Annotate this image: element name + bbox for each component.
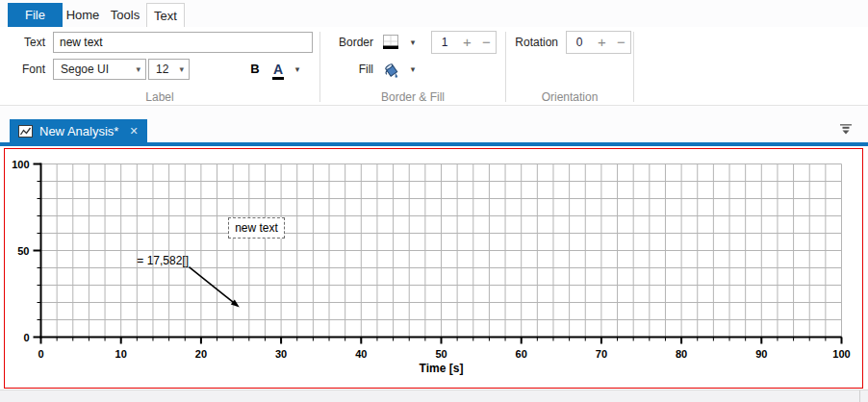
rotation-spinner[interactable]: 0 + −	[566, 31, 631, 54]
chevron-down-icon: ▾	[136, 60, 140, 79]
group-caption-label: Label	[0, 90, 319, 104]
font-color-dropdown[interactable]: ▾	[291, 59, 304, 80]
font-size-select[interactable]: 12 ▾	[148, 59, 190, 80]
font-field-label: Font	[0, 59, 45, 80]
chevron-down-icon: ▾	[179, 60, 184, 79]
ribbon-tab-row: File Home Tools Text	[0, 0, 868, 27]
tab-list-menu-button[interactable]	[837, 121, 855, 137]
rotation-value: 0	[567, 32, 592, 53]
plus-icon[interactable]: +	[593, 32, 611, 53]
tab-file[interactable]: File	[8, 3, 63, 27]
font-size-value: 12	[156, 63, 168, 76]
border-width-spinner[interactable]: 1 + −	[431, 31, 497, 54]
x-tick-label: 20	[195, 348, 207, 360]
y-tick-label: 100	[12, 159, 29, 170]
border-width-value: 1	[432, 32, 457, 53]
x-axis-title: Time [s]	[420, 362, 464, 375]
group-separator	[633, 32, 634, 102]
border-style-icon	[381, 33, 400, 52]
text-field-label: Text	[0, 32, 45, 53]
document-tab-strip: New Analysis* ✕	[0, 106, 868, 142]
minus-icon[interactable]: −	[612, 32, 630, 53]
border-style-button[interactable]	[381, 33, 400, 52]
y-tick-label: 50	[17, 245, 29, 257]
x-tick-label: 50	[435, 348, 447, 360]
border-dropdown[interactable]: ▾	[406, 32, 420, 53]
font-color-glyph: A	[272, 63, 284, 80]
x-tick-label: 100	[832, 348, 850, 360]
font-color-button[interactable]: A	[268, 59, 288, 80]
fill-color-button[interactable]	[381, 60, 400, 79]
x-tick-label: 40	[355, 348, 367, 360]
x-tick-label: 80	[676, 348, 687, 360]
fill-dropdown[interactable]: ▾	[406, 59, 420, 80]
font-family-value: Segoe UI	[61, 63, 109, 76]
status-strip-divider	[859, 390, 860, 402]
y-tick-label: 0	[23, 332, 29, 343]
x-tick-label: 70	[596, 348, 607, 360]
tab-text[interactable]: Text	[146, 3, 185, 27]
border-label: Border	[327, 32, 373, 53]
paint-bucket-icon	[381, 60, 400, 79]
x-tick-label: 60	[516, 348, 527, 360]
accent-divider	[0, 142, 868, 146]
group-caption-orientation: Orientation	[508, 90, 631, 104]
x-tick-label: 30	[275, 348, 287, 360]
x-tick-label: 10	[115, 348, 127, 360]
tab-home[interactable]: Home	[62, 3, 104, 27]
bold-button[interactable]: B	[246, 59, 264, 80]
group-caption-border-fill: Border & Fill	[323, 90, 502, 104]
tab-list-icon	[837, 121, 855, 137]
status-strip	[0, 389, 868, 402]
document-tab-title: New Analysis*	[39, 124, 118, 138]
close-icon[interactable]: ✕	[129, 125, 138, 138]
analysis-plot-pane[interactable]: 0501000102030405060708090100Time [s] new…	[4, 148, 863, 389]
text-input[interactable]	[53, 32, 313, 53]
ribbon: Text Font Segoe UI ▾ 12 ▾ B A ▾ Label Bo…	[0, 27, 868, 106]
text-annotation-selected[interactable]: new text	[228, 217, 285, 239]
font-family-select[interactable]: Segoe UI ▾	[53, 59, 146, 80]
document-tab-new-analysis[interactable]: New Analysis* ✕	[10, 119, 147, 142]
plot-area: 0501000102030405060708090100Time [s]	[5, 149, 861, 387]
minus-icon[interactable]: −	[477, 32, 496, 53]
group-separator	[505, 32, 506, 102]
plus-icon[interactable]: +	[458, 32, 476, 53]
x-tick-label: 90	[755, 348, 767, 360]
annotation-arrow-line	[189, 267, 236, 305]
x-tick-label: 0	[38, 348, 43, 360]
value-callout-annotation[interactable]: = 17,582[]	[137, 254, 189, 267]
group-separator	[319, 32, 320, 102]
app-window: File Home Tools Text Text Font Segoe UI …	[0, 0, 868, 402]
fill-label: Fill	[327, 59, 373, 80]
analysis-chart-icon	[18, 125, 33, 138]
tab-tools[interactable]: Tools	[104, 3, 146, 27]
rotation-label: Rotation	[508, 32, 558, 53]
